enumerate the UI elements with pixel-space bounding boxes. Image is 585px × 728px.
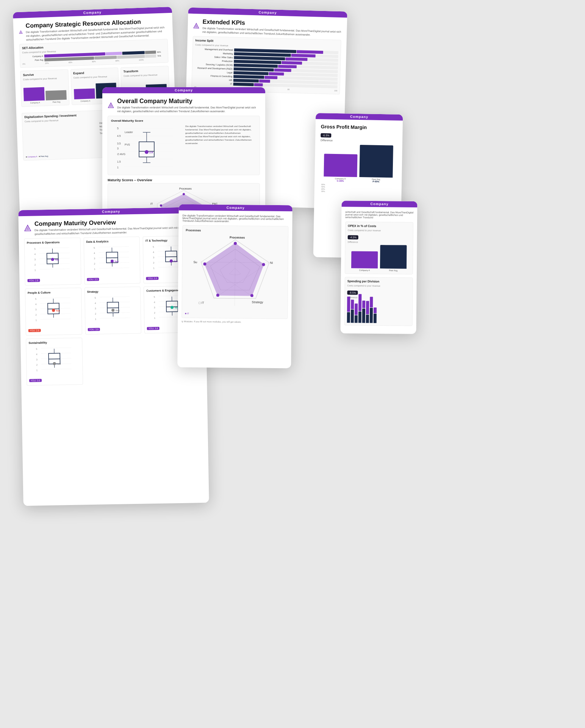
svg-text:2: 2 — [94, 262, 95, 265]
svg-text:4: 4 — [153, 251, 155, 253]
svg-point-44 — [160, 204, 162, 207]
module-title: Strategy — [87, 289, 138, 293]
svg-text:∅ AVG: ∅ AVG — [117, 153, 125, 155]
svg-line-152 — [41, 369, 72, 369]
svg-point-125 — [111, 309, 114, 312]
income-bar-fill-2 — [278, 64, 297, 68]
svg-line-148 — [41, 348, 71, 348]
card-subtitle-3: Die digitale Transformation verändert Wi… — [117, 106, 260, 113]
svg-text:3: 3 — [117, 147, 119, 150]
svg-text:3: 3 — [154, 306, 155, 309]
logo-icon-1 — [19, 27, 23, 38]
module-badge: YOU: 3.5 — [87, 278, 99, 281]
svg-text:1: 1 — [153, 267, 155, 269]
gpm-bars: Company A C-45% Peer Avg P-65% — [320, 144, 397, 183]
svg-text:Processes: Processes — [230, 236, 245, 239]
svg-text:4: 4 — [35, 303, 37, 305]
svg-line-100 — [40, 298, 70, 298]
spending-diff-badge: -8.5% — [347, 290, 358, 295]
svg-text:3: 3 — [34, 258, 36, 260]
survive-chart: Survive Costs compared to your Revenue C… — [20, 69, 69, 107]
module-title: Sustainability — [28, 340, 80, 344]
module-badge: YOU: 0.6 — [29, 379, 42, 382]
svg-text:3: 3 — [153, 256, 155, 259]
svg-line-74 — [106, 257, 117, 258]
income-bar-fill — [234, 63, 278, 67]
svg-point-25 — [145, 150, 149, 154]
opex-subtitle: Costs compared to your revenue — [348, 229, 411, 232]
svg-text:You: You — [174, 260, 178, 262]
radar-title: Processes — [186, 229, 285, 233]
income-bar-fill-2 — [269, 72, 284, 75]
income-bar-label: Management and Overhead — [195, 48, 233, 51]
card-title-3: Overall Company Maturity — [117, 98, 260, 105]
income-bar-fill — [233, 82, 254, 86]
svg-text:2: 2 — [153, 262, 155, 264]
module-item: Data & Analytics54321YouYOU: 3.5 — [83, 236, 141, 284]
svg-line-122 — [107, 308, 119, 308]
svg-text:1: 1 — [154, 317, 156, 319]
svg-text:1: 1 — [34, 269, 36, 271]
set-allocation-chart: SET-Allocation Costs compared to your Re… — [19, 39, 169, 68]
svg-text:4: 4 — [36, 353, 38, 355]
income-bar-label: Marketing — [195, 52, 233, 55]
svg-text:4: 4 — [94, 302, 96, 304]
income-bar-fill — [233, 75, 264, 78]
svg-text:1.5: 1.5 — [117, 160, 121, 163]
svg-text:2: 2 — [154, 312, 156, 314]
svg-text:Ni: Ni — [270, 261, 273, 265]
svg-line-72 — [99, 268, 129, 268]
svg-line-120 — [100, 318, 130, 318]
svg-point-170 — [262, 263, 265, 266]
svg-text:1: 1 — [94, 268, 95, 270]
svg-text:5: 5 — [94, 246, 95, 249]
svg-text:3.5: 3.5 — [117, 142, 121, 145]
module-title: Processes & Operations — [27, 240, 78, 244]
income-bar-fill-2 — [291, 53, 316, 57]
income-bar-fill-2 — [264, 76, 278, 79]
spending-title: Spending per Division — [347, 279, 410, 283]
svg-line-154 — [48, 359, 60, 359]
income-bar-label: Production — [195, 59, 233, 63]
svg-text:2.8: 2.8 — [149, 151, 153, 154]
survive-title: Survive — [23, 72, 66, 77]
svg-line-56 — [39, 269, 70, 269]
svg-line-52 — [39, 248, 69, 248]
opex-title: OPEX in % of Costs — [348, 224, 411, 228]
svg-text:2: 2 — [34, 264, 36, 266]
svg-point-39 — [183, 193, 185, 195]
expand-subtitle: Costs compared to your Revenue — [73, 75, 116, 79]
spending-chart: Spending per Division Costs compared to … — [344, 277, 413, 326]
income-bar-label: Sales / After Sales — [195, 55, 233, 59]
income-bar-label: Finance & Controlling — [194, 74, 232, 78]
difference-badge-6: -6.5% — [321, 133, 331, 137]
svg-text:5: 5 — [117, 127, 119, 130]
svg-text:2: 2 — [35, 314, 37, 316]
card-subtitle-7: wirtschaft und Gesellschaft fundamental.… — [345, 210, 413, 219]
module-badge: YOU: 2.0 — [146, 276, 159, 280]
module-item: People & Culture54321YouYOU: 2.6 — [25, 287, 82, 336]
svg-point-171 — [250, 294, 253, 297]
svg-text:3: 3 — [36, 358, 38, 361]
gpm-bar-peer: Peer Avg P-65% — [359, 145, 393, 183]
card-header-bar-7: Company — [341, 201, 417, 207]
svg-text:5: 5 — [94, 297, 96, 299]
card-subtitle-4: Die digitale Transformation verändert Wi… — [34, 226, 199, 236]
svg-text:1: 1 — [36, 369, 38, 371]
svg-text:5: 5 — [153, 246, 155, 248]
svg-line-68 — [99, 246, 129, 247]
svg-point-157 — [53, 362, 56, 365]
set-label-company: Company A — [22, 55, 43, 58]
set-label-avg: Peer Avg — [22, 59, 43, 62]
module-badge: YOU: 3.6 — [88, 328, 100, 331]
income-bar-label: IT — [194, 82, 232, 85]
svg-text:1: 1 — [95, 318, 96, 320]
card-title-6: Gross Profit Margin — [321, 124, 397, 131]
income-bar-fill-2 — [282, 61, 302, 64]
opex-bar-peer: Peer Avg — [380, 245, 407, 272]
svg-text:Processes: Processes — [179, 187, 192, 190]
module-badge: YOU: 3.8 — [147, 326, 160, 330]
svg-point-173 — [203, 262, 206, 265]
card-radar: Company Die digitale Transformation verä… — [177, 204, 292, 369]
score-desc: Die digitale Transformation verändert Wi… — [185, 125, 257, 172]
